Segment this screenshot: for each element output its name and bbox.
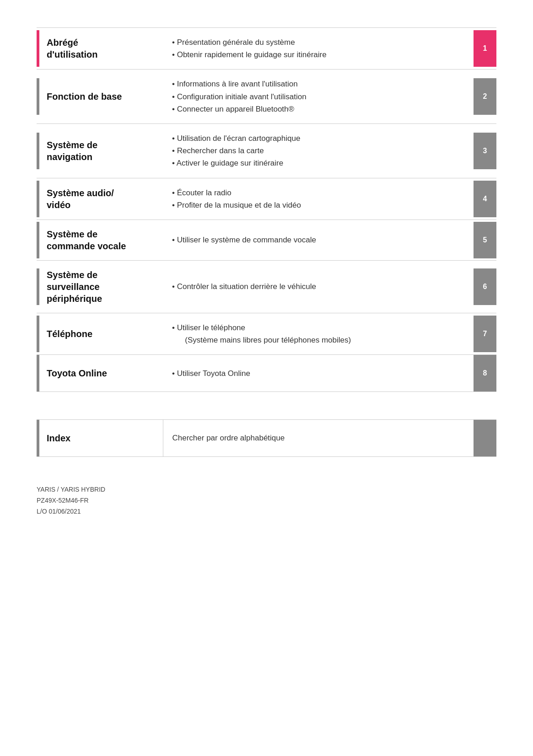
toc-row-fonction-base: Fonction de baseInformations à lire avan… [37, 70, 496, 124]
desc-item: Configuration initiale avant l'utilisati… [172, 91, 464, 103]
desc-item: Utiliser Toyota Online [172, 367, 464, 380]
toc-number-commande-vocale: 5 [474, 220, 496, 260]
toc-desc-telephone: Utiliser le téléphone (Système mains lib… [163, 313, 474, 354]
toc-desc-abrege: Présentation générale du systèmeObtenir … [163, 28, 474, 70]
toc-row-toyota-online: Toyota OnlineUtiliser Toyota Online8 [37, 355, 496, 392]
desc-item: Utilisation de l'écran cartographique [172, 132, 464, 145]
toc-desc-toyota-online: Utiliser Toyota Online [163, 355, 474, 392]
footer-line2: PZ49X-52M46-FR [37, 495, 496, 506]
desc-item: Activer le guidage sur itinéraire [172, 157, 464, 169]
desc-item: Présentation générale du système [172, 36, 464, 48]
toc-number-fonction-base: 2 [474, 70, 496, 124]
toc-number-telephone: 7 [474, 313, 496, 354]
toc-title-fonction-base: Fonction de base [39, 70, 163, 124]
toc-row-navigation: Système denavigationUtilisation de l'écr… [37, 123, 496, 178]
desc-item: Utiliser le système de commande vocale [172, 234, 464, 246]
index-description: Chercher par ordre alphabétique [163, 420, 474, 457]
footer-line1: YARIS / YARIS HYBRID [37, 484, 496, 495]
footer-line3: L/O 01/06/2021 [37, 506, 496, 517]
footer: YARIS / YARIS HYBRID PZ49X-52M46-FR L/O … [37, 484, 496, 517]
toc-row-telephone: TéléphoneUtiliser le téléphone (Système … [37, 313, 496, 354]
toc-number-abrege: 1 [474, 28, 496, 70]
desc-item: Rechercher dans la carte [172, 145, 464, 157]
toc-desc-fonction-base: Informations à lire avant l'utilisationC… [163, 70, 474, 124]
toc-title-surveillance: Système desurveillancepériphérique [39, 260, 163, 313]
toc-desc-surveillance: Contrôler la situation derrière le véhic… [163, 260, 474, 313]
toc-table: Abrégéd'utilisationPrésentation générale… [37, 27, 496, 392]
desc-item: Utiliser le téléphone (Système mains lib… [172, 322, 464, 346]
toc-desc-commande-vocale: Utiliser le système de commande vocale [163, 220, 474, 260]
toc-title-commande-vocale: Système decommande vocale [39, 220, 163, 260]
index-number-cell [474, 420, 496, 457]
desc-item: Écouter la radio [172, 187, 464, 199]
toc-title-audio-video: Système audio/vidéo [39, 178, 163, 220]
toc-row-audio-video: Système audio/vidéoÉcouter la radioProfi… [37, 178, 496, 220]
toc-title-navigation: Système denavigation [39, 123, 163, 178]
index-row: Index Chercher par ordre alphabétique [37, 420, 496, 457]
toc-number-toyota-online: 8 [474, 355, 496, 392]
toc-row-commande-vocale: Système decommande vocaleUtiliser le sys… [37, 220, 496, 260]
toc-number-navigation: 3 [474, 123, 496, 178]
desc-item: Contrôler la situation derrière le véhic… [172, 280, 464, 293]
toc-number-audio-video: 4 [474, 178, 496, 220]
toc-desc-navigation: Utilisation de l'écran cartographiqueRec… [163, 123, 474, 178]
desc-item: Profiter de la musique et de la vidéo [172, 199, 464, 211]
toc-desc-audio-video: Écouter la radioProfiter de la musique e… [163, 178, 474, 220]
toc-title-abrege: Abrégéd'utilisation [39, 28, 163, 70]
toc-row-abrege: Abrégéd'utilisationPrésentation générale… [37, 28, 496, 70]
toc-row-surveillance: Système desurveillancepériphériqueContrô… [37, 260, 496, 313]
desc-item: Connecter un appareil Bluetooth® [172, 103, 464, 115]
desc-item: Informations à lire avant l'utilisation [172, 78, 464, 90]
index-table: Index Chercher par ordre alphabétique [37, 419, 496, 457]
toc-number-surveillance: 6 [474, 260, 496, 313]
toc-title-telephone: Téléphone [39, 313, 163, 354]
index-title: Index [39, 420, 163, 457]
toc-title-toyota-online: Toyota Online [39, 355, 163, 392]
desc-item: Obtenir rapidement le guidage sur itinér… [172, 48, 464, 61]
